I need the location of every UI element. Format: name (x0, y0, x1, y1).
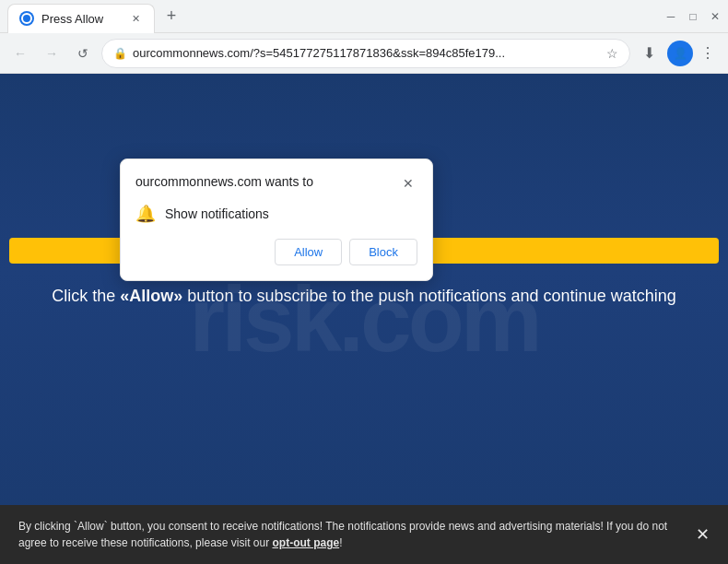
watermark: risk.com (189, 266, 538, 372)
toolbar-icons: ⬇ 👤 ⋮ (636, 41, 721, 66)
notification-row-text: Show notifications (165, 206, 269, 221)
popup-close-button[interactable]: ✕ (399, 174, 417, 193)
allow-button[interactable]: Allow (275, 239, 342, 265)
consent-text: By clicking `Allow` button, you consent … (18, 520, 667, 549)
popup-header: ourcommonnews.com wants to ✕ (135, 174, 417, 193)
back-button[interactable]: ← (7, 41, 33, 66)
forward-button[interactable]: → (39, 41, 65, 66)
url-display: ourcommonnews.com/?s=545177275117871836&… (133, 46, 601, 60)
popup-title: ourcommonnews.com wants to (135, 174, 313, 189)
tab-close-button[interactable]: ✕ (128, 11, 143, 26)
window-controls: ─ □ ✕ (665, 11, 721, 22)
page-content: risk.com ourcommonnews.com wants to ✕ 🔔 … (0, 74, 728, 564)
menu-button[interactable]: ⋮ (695, 41, 721, 66)
extensions-button[interactable]: ⬇ (636, 41, 662, 66)
block-button[interactable]: Block (349, 239, 417, 265)
active-tab[interactable]: Press Allow ✕ (7, 4, 155, 33)
toolbar: ← → ↺ 🔒 ourcommonnews.com/?s=54517727511… (0, 33, 728, 74)
consent-bar: By clicking `Allow` button, you consent … (0, 505, 728, 564)
tab-favicon (19, 11, 34, 26)
notification-row: 🔔 Show notifications (135, 204, 417, 224)
tab-strip: Press Allow ✕ + (7, 0, 658, 32)
tab-title: Press Allow (41, 12, 103, 26)
opt-out-link[interactable]: opt-out page (272, 536, 339, 549)
reload-button[interactable]: ↺ (70, 41, 96, 66)
minimize-button[interactable]: ─ (665, 11, 676, 22)
notification-popup: ourcommonnews.com wants to ✕ 🔔 Show noti… (120, 159, 433, 281)
maximize-button[interactable]: □ (687, 11, 699, 22)
close-button[interactable]: ✕ (710, 11, 721, 22)
profile-icon: 👤 (674, 47, 687, 60)
consent-close-button[interactable]: ✕ (691, 523, 713, 546)
new-tab-button[interactable]: + (159, 4, 184, 29)
bell-icon: 🔔 (135, 204, 156, 224)
bookmark-icon[interactable]: ☆ (606, 46, 618, 61)
profile-button[interactable]: 👤 (667, 41, 693, 66)
omnibox[interactable]: 🔒 ourcommonnews.com/?s=54517727511787183… (101, 39, 630, 68)
cta-text: Click the «Allow» button to subscribe to… (51, 284, 677, 309)
lock-icon: 🔒 (113, 47, 127, 60)
titlebar: Press Allow ✕ + ─ □ ✕ (0, 0, 728, 33)
popup-buttons: Allow Block (135, 239, 417, 265)
